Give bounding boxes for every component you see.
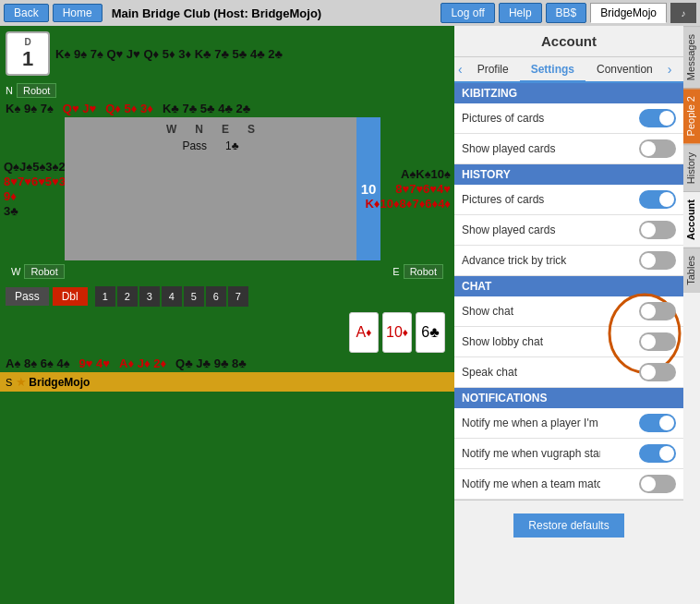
pass-button[interactable]: Pass xyxy=(6,287,49,306)
topbar-right: Log off Help BB$ BridgeMojo ♪ xyxy=(441,3,696,23)
chat-speak-row: Speak chat xyxy=(454,357,683,388)
notif-player-toggle[interactable] xyxy=(639,414,676,432)
center-area: Q♠J♠5♠3♠2♠ 8♥7♥6♥5♥3♥2♥ 9♦ 3♣ W N E S Pa… xyxy=(0,117,454,260)
kibitzing-pictures-toggle[interactable] xyxy=(639,109,676,127)
trick-buttons: 1 2 3 4 5 6 7 xyxy=(95,286,248,307)
restore-defaults-button[interactable]: Restore defaults xyxy=(513,513,623,538)
action-row: Pass Dbl 1 2 3 4 5 6 7 xyxy=(0,283,454,310)
trick-3[interactable]: 3 xyxy=(139,286,160,307)
board-number: 1 xyxy=(22,47,33,71)
crown-icon: ★ xyxy=(16,375,27,389)
history-advance-trick-label: Advance trick by trick xyxy=(462,254,566,267)
history-pictures-toggle[interactable] xyxy=(639,190,676,209)
west-player-bar: W Robot xyxy=(6,262,70,281)
notif-player-row: Notify me when a player I'm fo xyxy=(454,408,683,439)
chat-show-lobby-toggle[interactable] xyxy=(639,332,676,351)
help-button[interactable]: Help xyxy=(499,3,542,23)
game-area: D 1 K♠ 9♠ 7♠ Q♥ J♥ Q♦ 5♦ 3♦ K♣ 7♣ 5♣ 4♣ … xyxy=(0,26,454,604)
south-player-bar: S ★ BridgeMojo xyxy=(0,372,454,392)
chat-speak-toggle[interactable] xyxy=(639,363,676,381)
window-title: Main Bridge Club (Host: BridgeMojo) xyxy=(106,6,438,20)
west-panel: Q♠J♠5♠3♠2♠ 8♥7♥6♥5♥3♥2♥ 9♦ 3♣ xyxy=(0,117,65,260)
bbs-button[interactable]: BB$ xyxy=(546,3,587,23)
history-advance-trick-row: Advance trick by trick xyxy=(454,246,683,276)
west-player-name: Robot xyxy=(24,264,64,279)
main-layout: D 1 K♠ 9♠ 7♠ Q♥ J♥ Q♦ 5♦ 3♦ K♣ 7♣ 5♣ 4♣ … xyxy=(0,26,700,604)
notif-vugraph-row: Notify me when vugraph starts xyxy=(454,439,683,469)
double-button[interactable]: Dbl xyxy=(53,287,88,306)
chat-show-chat-label: Show chat xyxy=(462,305,513,318)
dealer-label: D xyxy=(24,37,30,47)
north-player-bar: N Robot xyxy=(0,81,454,100)
south-player-name: BridgeMojo xyxy=(29,376,90,389)
west-direction: W xyxy=(11,266,20,277)
north-player-name: Robot xyxy=(17,83,56,98)
side-tabs: Messages People 2 History Account Tables xyxy=(683,26,700,293)
back-button[interactable]: Back xyxy=(4,4,49,22)
we-player-bars: W Robot E Robot xyxy=(0,260,454,283)
north-cards: K♠ 9♠ 7♠ Q♥ J♥ Q♦ 5♦ 3♦ K♣ 7♣ 5♣ 4♣ 2♣ xyxy=(55,47,283,61)
side-tab-tables[interactable]: Tables xyxy=(683,248,700,293)
history-advance-trick-toggle[interactable] xyxy=(639,251,676,270)
chat-show-lobby-row: Show lobby chat xyxy=(454,327,683,357)
trick-5[interactable]: 5 xyxy=(184,286,204,307)
bid-row-1: Pass 1♣ xyxy=(182,139,238,152)
chat-show-chat-toggle[interactable] xyxy=(639,302,676,320)
history-show-played-toggle[interactable] xyxy=(639,221,676,239)
tab-profile[interactable]: Profile xyxy=(466,58,520,80)
east-cards: A♠K♠10♠ 8♥7♥6♥4♥ K♦10♦8♦7♦6♦4♦ xyxy=(365,167,451,211)
left-chevron[interactable]: ‹ xyxy=(454,57,466,81)
north-area: D 1 K♠ 9♠ 7♠ Q♥ J♥ Q♦ 5♦ 3♦ K♣ 7♣ 5♣ 4♣ … xyxy=(0,26,454,81)
chat-highlight-area: Show chat Show lobby chat Speak chat xyxy=(454,296,683,388)
notif-team-toggle[interactable] xyxy=(639,475,676,493)
trick-1[interactable]: 1 xyxy=(95,286,115,307)
sidebar: Account ‹ Profile Settings Convention › … xyxy=(454,26,700,604)
east-played-card: 10♦ xyxy=(382,312,412,353)
bottom-bar: Restore defaults xyxy=(454,500,683,550)
home-button[interactable]: Home xyxy=(53,4,103,22)
bid-header: W N E S xyxy=(166,123,255,136)
history-pictures-row: Pictures of cards xyxy=(454,185,683,215)
side-tab-account[interactable]: Account xyxy=(683,191,700,248)
account-panel[interactable]: Account ‹ Profile Settings Convention › … xyxy=(454,26,700,604)
history-show-played-row: Show played cards xyxy=(454,215,683,246)
chat-section-header: CHAT xyxy=(454,276,683,296)
center-play-row: A♦ 10♦ 6♣ xyxy=(0,310,454,355)
notifications-section-header: NOTIFICATIONS xyxy=(454,388,683,408)
side-tab-messages[interactable]: Messages xyxy=(683,26,700,88)
bridgemojo-tab[interactable]: BridgeMojo xyxy=(590,3,667,23)
kibitzing-section-header: KIBITZING xyxy=(454,83,683,103)
north-spades: K♠ 9♠ 7♠ Q♥ J♥ Q♦ 5♦ 3♦ K♣ 7♣ 5♣ 4♣ 2♣ xyxy=(55,47,283,61)
right-chevron[interactable]: › xyxy=(664,57,676,81)
history-show-played-label: Show played cards xyxy=(462,223,555,236)
east-player-bar: E Robot xyxy=(387,262,449,281)
trick-4[interactable]: 4 xyxy=(162,286,182,307)
notif-team-row: Notify me when a team match xyxy=(454,469,683,500)
tab-convention[interactable]: Convention xyxy=(585,58,664,80)
chat-show-chat-row: Show chat xyxy=(454,296,683,327)
east-direction: E xyxy=(392,266,399,277)
trick-6[interactable]: 6 xyxy=(206,286,226,307)
topbar: Back Home Main Bridge Club (Host: Bridge… xyxy=(0,0,700,26)
north-direction: N xyxy=(6,85,13,96)
kibitzing-pictures-label: Pictures of cards xyxy=(462,112,544,125)
kibitzing-pictures-row: Pictures of cards xyxy=(454,103,683,134)
tab-settings[interactable]: Settings xyxy=(520,58,585,82)
kibitzing-show-played-label: Show played cards xyxy=(462,142,555,155)
kibitzing-show-played-toggle[interactable] xyxy=(639,139,676,158)
trick-2[interactable]: 2 xyxy=(117,286,138,307)
sound-icon[interactable]: ♪ xyxy=(670,3,696,23)
dealer-box: D 1 xyxy=(6,31,50,76)
north-full-hand: K♠ 9♠ 7♠ Q♥ J♥ Q♦ 5♦ 3♦ K♣ 7♣ 5♣ 4♣ 2♣ xyxy=(0,100,454,117)
side-tab-history[interactable]: History xyxy=(683,144,700,191)
notif-player-label: Notify me when a player I'm fo xyxy=(462,417,600,429)
history-section-header: HISTORY xyxy=(454,164,683,185)
notif-vugraph-toggle[interactable] xyxy=(639,444,676,463)
chat-show-lobby-label: Show lobby chat xyxy=(462,335,543,348)
logoff-button[interactable]: Log off xyxy=(441,3,494,23)
side-tab-people[interactable]: People 2 xyxy=(683,88,700,143)
trick-7[interactable]: 7 xyxy=(228,286,248,307)
notif-vugraph-label: Notify me when vugraph starts xyxy=(462,447,600,460)
history-pictures-label: Pictures of cards xyxy=(462,193,544,206)
south-hand: A♠ 8♠ 6♠ 4♠ 9♥ 4♥ A♦ J♦ 2♦ Q♣ J♣ 9♣ 8♣ xyxy=(0,355,454,372)
